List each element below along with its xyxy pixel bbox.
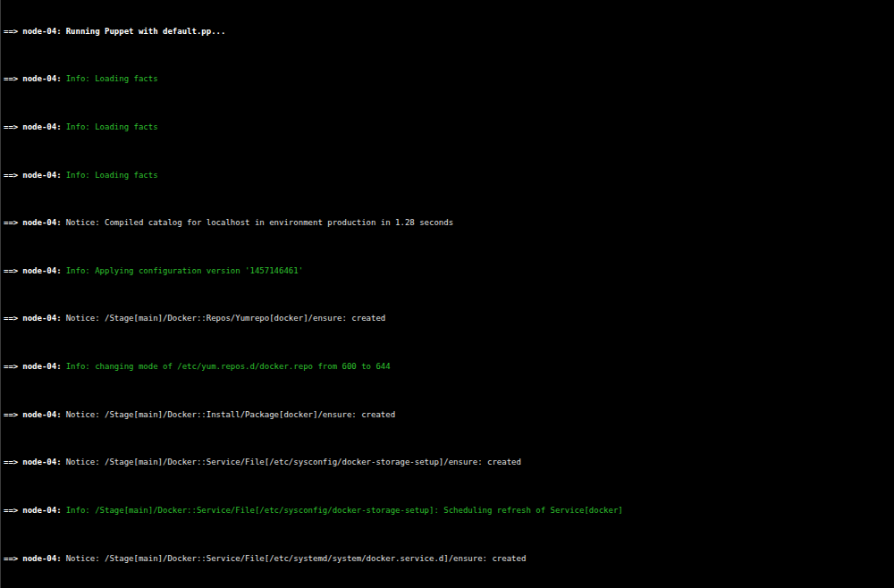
node-label: node-04: xyxy=(22,410,61,419)
log-line: ==>node-04:Notice: Compiled catalog for … xyxy=(4,217,894,229)
vagrant-arrow-prefix: ==> xyxy=(4,218,18,227)
log-message: Notice: /Stage[main]/Docker::Service/Fil… xyxy=(66,458,521,466)
log-line: ==>node-04:Notice: /Stage[main]/Docker::… xyxy=(4,457,894,468)
log-message: Info: /Stage[main]/Docker::Service/File[… xyxy=(66,506,623,515)
log-line: ==>node-04:Notice: /Stage[main]/Docker::… xyxy=(4,313,894,324)
log-message: Info: Loading facts xyxy=(66,74,158,83)
log-line: ==>node-04:Info: Loading facts xyxy=(4,73,894,85)
vagrant-arrow-prefix: ==> xyxy=(4,122,18,131)
vagrant-arrow-prefix: ==> xyxy=(4,74,18,83)
log-line: ==>node-04:Notice: /Stage[main]/Docker::… xyxy=(4,553,894,565)
log-message: Info: Applying configuration version '14… xyxy=(66,266,304,275)
terminal-output: ==>node-04:Running Puppet with default.p… xyxy=(0,0,894,588)
log-message: Notice: /Stage[main]/Docker::Repos/Yumre… xyxy=(66,314,386,323)
log-message: Info: Loading facts xyxy=(66,171,158,180)
vagrant-arrow-prefix: ==> xyxy=(4,554,18,563)
node-label: node-04: xyxy=(22,362,61,371)
log-message: Notice: /Stage[main]/Docker::Service/Fil… xyxy=(66,554,527,563)
vagrant-arrow-prefix: ==> xyxy=(4,266,18,275)
node-label: node-04: xyxy=(22,554,61,563)
vagrant-arrow-prefix: ==> xyxy=(4,314,18,323)
log-line: ==>node-04:Info: Loading facts xyxy=(4,170,894,181)
vagrant-arrow-prefix: ==> xyxy=(4,171,18,180)
log-line: ==>node-04:Info: Loading facts xyxy=(4,122,894,133)
log-line: ==>node-04:Info: changing mode of /etc/y… xyxy=(4,361,894,373)
vagrant-arrow-prefix: ==> xyxy=(4,362,18,371)
log-line: ==>node-04:Info: /Stage[main]/Docker::Se… xyxy=(4,505,894,517)
log-message: Notice: Compiled catalog for localhost i… xyxy=(66,218,453,227)
log-message: Info: Loading facts xyxy=(66,122,158,131)
node-label: node-04: xyxy=(22,314,61,323)
vagrant-arrow-prefix: ==> xyxy=(4,506,18,515)
vagrant-arrow-prefix: ==> xyxy=(4,410,18,419)
node-label: node-04: xyxy=(22,122,61,131)
node-label: node-04: xyxy=(22,171,61,180)
log-message: Running Puppet with default.pp... xyxy=(66,27,226,36)
log-line: ==>node-04:Notice: /Stage[main]/Docker::… xyxy=(4,409,894,421)
log-message: Notice: /Stage[main]/Docker::Install/Pac… xyxy=(66,410,395,419)
vagrant-arrow-prefix: ==> xyxy=(4,458,18,466)
node-label: node-04: xyxy=(22,266,61,275)
log-message: Info: changing mode of /etc/yum.repos.d/… xyxy=(66,362,391,371)
node-label: node-04: xyxy=(22,458,61,466)
log-line: ==>node-04:Info: Applying configuration … xyxy=(4,265,894,277)
node-label: node-04: xyxy=(22,506,61,515)
node-label: node-04: xyxy=(22,27,61,36)
log-line: ==>node-04:Running Puppet with default.p… xyxy=(4,26,894,38)
vagrant-arrow-prefix: ==> xyxy=(4,27,18,36)
node-label: node-04: xyxy=(22,218,61,227)
node-label: node-04: xyxy=(22,74,61,83)
